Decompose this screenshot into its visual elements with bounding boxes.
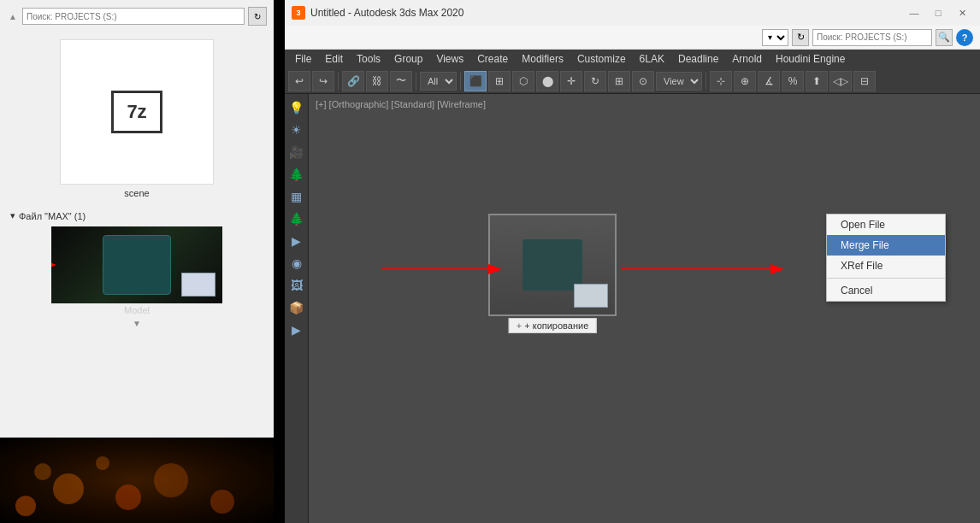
- left-search-bar: ▲ ↻: [7, 7, 267, 26]
- folder-arrow-icon: ▾: [10, 210, 15, 221]
- ctx-merge-file[interactable]: Merge File: [827, 235, 945, 256]
- tree2-icon-button[interactable]: 🌲: [286, 209, 307, 229]
- menu-create[interactable]: Create: [470, 50, 515, 68]
- window-title-text: Untitled - Autodesk 3ds Max 2020: [310, 7, 463, 19]
- toolbar-separator-1: [338, 73, 339, 90]
- window-controls: — □ ✕: [903, 4, 973, 21]
- viewport-area: 💡 ☀ 🎥 🌲 ▦ 🌲 ▶ ◉ 🖼 📦 ▶ [+] [Orthographic]…: [285, 94, 980, 523]
- toolbar-separator-4: [705, 73, 706, 90]
- close-button[interactable]: ✕: [951, 4, 973, 21]
- scroll-down-btn[interactable]: ▼: [7, 319, 267, 328]
- play2-icon-button[interactable]: ▶: [286, 320, 307, 340]
- help-button[interactable]: ?: [956, 29, 973, 46]
- 7z-icon: 7z: [111, 91, 162, 133]
- scale-button[interactable]: ⊞: [608, 71, 630, 91]
- menu-customize[interactable]: Customize: [570, 50, 633, 68]
- scene-file-icon: 7z: [60, 39, 214, 185]
- scene-label: scene: [124, 188, 149, 198]
- svg-point-2: [53, 473, 84, 504]
- search-scope-dropdown[interactable]: ▾: [762, 29, 788, 46]
- window-titlebar: 3 Untitled - Autodesk 3ds Max 2020 — □ ✕: [285, 0, 980, 26]
- viewport-label: [+] [Orthographic] [Standard] [Wireframe…: [316, 99, 486, 109]
- spinner-snap[interactable]: ⬆: [806, 71, 828, 91]
- main-viewport[interactable]: [+] [Orthographic] [Standard] [Wireframe…: [309, 94, 980, 523]
- left-panel: ▲ ↻ 7z scene ▾ Файл "MAX" (1): [0, 0, 274, 523]
- white-box-overlay: [181, 273, 215, 297]
- box-icon-button[interactable]: 📦: [286, 297, 307, 318]
- sun-icon-button[interactable]: ☀: [286, 120, 307, 140]
- top-search-input[interactable]: [812, 29, 932, 46]
- move-button[interactable]: ✛: [560, 71, 582, 91]
- select-button[interactable]: ⬛: [464, 71, 487, 91]
- link-button[interactable]: 🔗: [342, 71, 364, 91]
- view-dropdown[interactable]: View: [656, 72, 702, 91]
- main-toolbar: ↩ ↪ 🔗 ⛓ 〜 All ⬛ ⊞ ⬡ ⬤ ✛ ↻ ⊞ ⊙ View ⊹ ⊕ ∡…: [285, 68, 980, 94]
- refresh-button[interactable]: ↻: [248, 7, 267, 26]
- svg-point-6: [34, 463, 51, 480]
- svg-point-4: [154, 463, 188, 497]
- bag-thumbnail: [103, 235, 171, 295]
- percent-snap[interactable]: %: [782, 71, 804, 91]
- ctx-xref-file[interactable]: XRef File: [827, 256, 945, 276]
- top-search-bar: ▾ ↻ 🔍 ?: [285, 26, 980, 50]
- menu-modifiers[interactable]: Modifiers: [515, 50, 570, 68]
- menu-6lak[interactable]: 6LAK: [633, 50, 671, 68]
- lasso-select-button[interactable]: ⬡: [512, 71, 534, 91]
- folder-label: Файл "MAX" (1): [19, 211, 86, 221]
- menu-arnold[interactable]: Arnold: [725, 50, 769, 68]
- select-region-button[interactable]: ⊞: [488, 71, 511, 91]
- tree-icon-button[interactable]: 🌲: [286, 164, 307, 185]
- selection-filter-dropdown[interactable]: All: [420, 72, 457, 91]
- viewport-thumbnail: + + копирование: [488, 214, 617, 316]
- model-label: Model: [124, 305, 150, 315]
- menu-edit[interactable]: Edit: [318, 50, 350, 68]
- menu-houdini-engine[interactable]: Houdini Engine: [769, 50, 852, 68]
- unlink-button[interactable]: ⛓: [366, 71, 388, 91]
- top-refresh-button[interactable]: ↻: [792, 29, 809, 46]
- scene-file-item[interactable]: 7z scene: [7, 32, 267, 205]
- scroll-up-btn[interactable]: ▲: [7, 12, 19, 21]
- sphere-icon-button[interactable]: ◉: [286, 253, 307, 273]
- image-icon-button[interactable]: 🖼: [286, 275, 307, 296]
- grid-icon-button[interactable]: ▦: [286, 186, 307, 207]
- angle-snap[interactable]: ∡: [758, 71, 780, 91]
- snap-toggle[interactable]: ⊕: [734, 71, 756, 91]
- align-button[interactable]: ⊟: [853, 71, 876, 91]
- ctx-separator: [827, 278, 945, 279]
- svg-point-1: [15, 496, 36, 516]
- minimize-button[interactable]: —: [903, 4, 925, 21]
- folder-header[interactable]: ▾ Файл "MAX" (1): [7, 209, 267, 223]
- red-arrow-viewport-1: [377, 261, 505, 278]
- ctx-open-file[interactable]: Open File: [827, 214, 945, 235]
- svg-point-5: [210, 490, 234, 514]
- svg-point-3: [115, 485, 141, 510]
- red-arrow-viewport-2: [617, 261, 788, 278]
- left-bottom-panel: [0, 438, 274, 523]
- menu-deadline[interactable]: Deadline: [671, 50, 725, 68]
- top-search-button[interactable]: 🔍: [936, 29, 953, 46]
- left-search-input[interactable]: [22, 8, 245, 25]
- toolbar-separator-3: [460, 73, 461, 90]
- model-item[interactable]: Model: [7, 223, 267, 319]
- model-preview: [51, 226, 222, 303]
- left-toolbar: 💡 ☀ 🎥 🌲 ▦ 🌲 ▶ ◉ 🖼 📦 ▶: [285, 94, 309, 523]
- menu-views[interactable]: Views: [429, 50, 470, 68]
- redo-button[interactable]: ↪: [312, 71, 334, 91]
- rotate-button[interactable]: ↻: [584, 71, 606, 91]
- camera-icon-button[interactable]: 🎥: [286, 142, 307, 162]
- mirror-button[interactable]: ◁▷: [829, 71, 852, 91]
- play-icon-button[interactable]: ▶: [286, 231, 307, 251]
- app-icon: 3: [292, 6, 305, 20]
- undo-button[interactable]: ↩: [288, 71, 310, 91]
- reference-button[interactable]: ⊙: [632, 71, 654, 91]
- menu-tools[interactable]: Tools: [350, 50, 387, 68]
- file-browser: ▲ ↻ 7z scene ▾ Файл "MAX" (1): [0, 0, 274, 438]
- menu-group[interactable]: Group: [387, 50, 429, 68]
- light-icon-button[interactable]: 💡: [286, 97, 307, 118]
- ctx-cancel[interactable]: Cancel: [827, 280, 945, 301]
- paint-select-button[interactable]: ⬤: [536, 71, 558, 91]
- maximize-button[interactable]: □: [927, 4, 949, 21]
- menu-file[interactable]: File: [288, 50, 318, 68]
- bind-button[interactable]: 〜: [390, 71, 412, 91]
- snap-button[interactable]: ⊹: [710, 71, 732, 91]
